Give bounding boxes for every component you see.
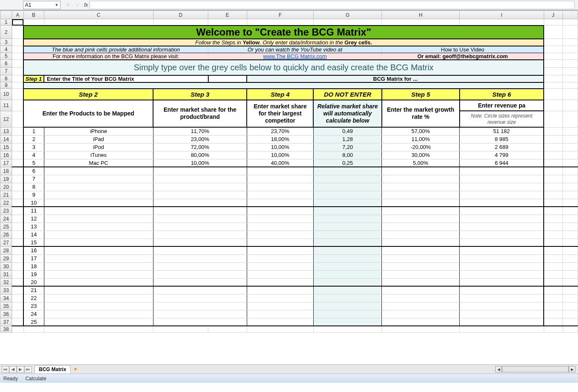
row-header[interactable]: 11 <box>0 100 12 111</box>
growth-rate[interactable] <box>382 278 460 286</box>
row-header[interactable]: 23 <box>0 207 12 215</box>
cell[interactable] <box>544 238 563 246</box>
spreadsheet-grid[interactable]: ABCDEFGHIJ 12Welcome to "Create the BCG … <box>0 10 578 364</box>
row-header[interactable]: 7 <box>0 67 12 75</box>
cell[interactable] <box>12 246 23 254</box>
product-name[interactable] <box>44 278 153 286</box>
growth-rate[interactable] <box>382 246 460 254</box>
revenue[interactable]: 2 689 <box>460 143 544 151</box>
cell[interactable] <box>544 127 563 135</box>
product-name[interactable]: iTunes <box>44 151 153 159</box>
product-share[interactable] <box>153 262 247 270</box>
cell[interactable] <box>544 26 563 39</box>
cell[interactable] <box>544 270 563 278</box>
product-share[interactable] <box>153 207 247 215</box>
row-header[interactable]: 19 <box>0 175 12 183</box>
formula-input[interactable] <box>90 1 575 9</box>
cell[interactable] <box>544 318 563 326</box>
row-header[interactable]: 4 <box>0 46 12 53</box>
revenue[interactable] <box>460 167 544 175</box>
cell[interactable] <box>12 111 23 127</box>
row-header[interactable]: 30 <box>0 262 12 270</box>
row-header[interactable]: 17 <box>0 159 12 167</box>
cell[interactable] <box>563 302 578 310</box>
competitor-share[interactable] <box>247 310 313 318</box>
product-share[interactable] <box>153 223 247 231</box>
cell[interactable] <box>563 60 578 68</box>
scroll-track[interactable] <box>502 366 569 372</box>
cell[interactable] <box>12 175 23 183</box>
cell[interactable] <box>12 231 23 238</box>
new-sheet-icon[interactable]: ✶ <box>73 366 78 372</box>
revenue[interactable] <box>460 286 544 294</box>
product-share[interactable] <box>153 238 247 246</box>
cell[interactable] <box>460 19 544 26</box>
cell[interactable] <box>12 183 23 191</box>
cell[interactable] <box>23 19 44 26</box>
product-share[interactable] <box>153 175 247 183</box>
competitor-share[interactable]: 10,00% <box>247 143 313 151</box>
cell[interactable] <box>563 46 578 53</box>
growth-rate[interactable] <box>382 167 460 175</box>
cell[interactable] <box>563 294 578 302</box>
revenue[interactable]: 4 799 <box>460 151 544 159</box>
cell[interactable] <box>247 19 313 26</box>
cell[interactable] <box>12 199 23 207</box>
growth-rate[interactable] <box>382 254 460 262</box>
cell[interactable] <box>563 53 578 60</box>
cell[interactable] <box>12 26 23 39</box>
row-header[interactable]: 6 <box>0 60 12 68</box>
competitor-share[interactable] <box>247 199 313 207</box>
cell[interactable] <box>563 89 578 100</box>
cell[interactable] <box>563 175 578 183</box>
row-header[interactable]: 31 <box>0 270 12 278</box>
revenue[interactable] <box>460 262 544 270</box>
competitor-share[interactable] <box>247 238 313 246</box>
cell[interactable] <box>563 151 578 159</box>
cell[interactable] <box>382 19 460 26</box>
cell[interactable] <box>563 19 578 26</box>
growth-rate[interactable]: 11,00% <box>382 135 460 143</box>
competitor-share[interactable] <box>247 167 313 175</box>
column-headers[interactable]: ABCDEFGHIJ <box>0 11 578 19</box>
revenue[interactable]: 51 182 <box>460 127 544 135</box>
product-share[interactable]: 10,00% <box>153 159 247 167</box>
competitor-share[interactable] <box>247 207 313 215</box>
row-header[interactable]: 14 <box>0 135 12 143</box>
name-box[interactable]: A1 ▼ <box>23 1 61 9</box>
competitor-share[interactable] <box>247 175 313 183</box>
row-header[interactable]: 5 <box>0 53 12 60</box>
row-header[interactable]: 18 <box>0 167 12 175</box>
cell[interactable] <box>12 67 23 75</box>
cell[interactable] <box>12 326 23 332</box>
growth-rate[interactable] <box>382 175 460 183</box>
cell[interactable] <box>12 262 23 270</box>
cell[interactable] <box>12 278 23 286</box>
product-share[interactable] <box>153 231 247 238</box>
revenue[interactable]: 8 985 <box>460 135 544 143</box>
tab-prev-icon[interactable]: ◀ <box>9 366 17 373</box>
cell[interactable] <box>12 310 23 318</box>
row-header[interactable]: 8 <box>0 75 12 82</box>
cell[interactable] <box>563 262 578 270</box>
cell[interactable] <box>544 75 563 82</box>
cell[interactable] <box>544 254 563 262</box>
growth-rate[interactable]: -20,00% <box>382 143 460 151</box>
product-name[interactable] <box>44 175 153 183</box>
col-header[interactable]: E <box>208 11 247 19</box>
product-name[interactable]: iPad <box>44 135 153 143</box>
cell[interactable] <box>544 278 563 286</box>
growth-rate[interactable] <box>382 318 460 326</box>
revenue[interactable] <box>460 223 544 231</box>
fx-icon[interactable]: fx <box>84 2 88 8</box>
growth-rate[interactable] <box>382 310 460 318</box>
competitor-share[interactable] <box>247 302 313 310</box>
revenue[interactable] <box>460 215 544 223</box>
product-share[interactable] <box>153 270 247 278</box>
competitor-share[interactable] <box>247 183 313 191</box>
cell[interactable] <box>12 82 23 89</box>
product-name[interactable]: iPhone <box>44 127 153 135</box>
cell[interactable] <box>563 159 578 167</box>
product-share[interactable]: 11,70% <box>153 127 247 135</box>
cell[interactable] <box>44 19 153 26</box>
